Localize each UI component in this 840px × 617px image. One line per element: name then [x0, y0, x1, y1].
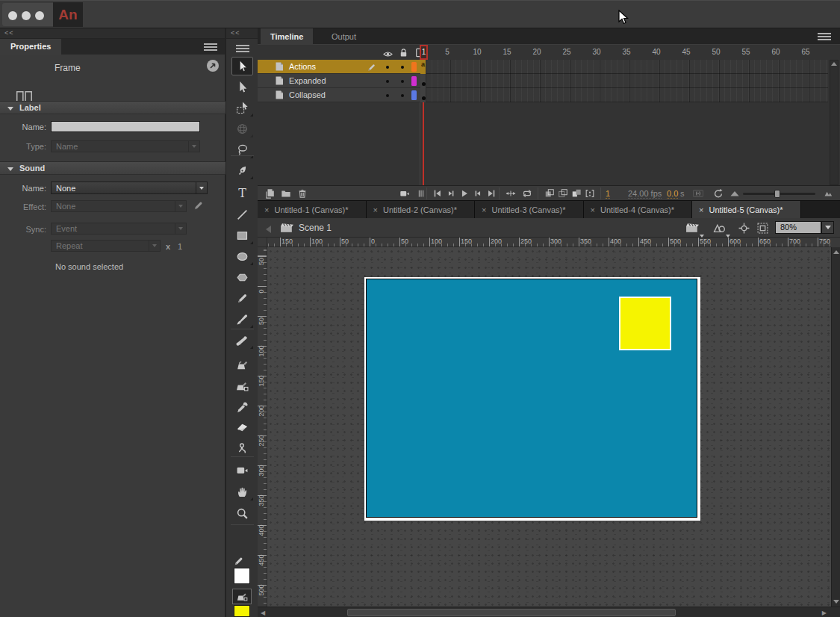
- close-tab-icon[interactable]: ×: [373, 205, 378, 214]
- document-tab-5[interactable]: ×Untitled-5 (Canvas)*: [692, 201, 801, 219]
- bone-tool[interactable]: [231, 331, 253, 350]
- camera-tool[interactable]: [231, 461, 253, 480]
- lasso-tool[interactable]: [231, 140, 253, 159]
- layer-visibility-dot[interactable]: [386, 80, 389, 83]
- scroll-right-icon[interactable]: ▶: [822, 610, 827, 616]
- subselection-tool[interactable]: [231, 78, 253, 96]
- document-tab-3[interactable]: ×Untitled-3 (Canvas)*: [475, 201, 584, 219]
- prev-frame-button[interactable]: [444, 187, 457, 199]
- first-frame-button[interactable]: [431, 187, 444, 199]
- collapse-panel-button[interactable]: <<: [0, 28, 225, 39]
- oval-tool[interactable]: [231, 247, 253, 266]
- scroll-left-icon[interactable]: ◀: [261, 610, 265, 616]
- toggle-keyframe-button[interactable]: [689, 187, 707, 199]
- timeline-frame-grid[interactable]: [420, 60, 828, 102]
- keyframe-cell[interactable]: a: [420, 60, 426, 74]
- timeline-scrollbar[interactable]: [830, 60, 839, 185]
- scroll-down-icon[interactable]: [833, 600, 839, 604]
- current-frame-value[interactable]: 1: [606, 189, 610, 199]
- edit-symbols-icon[interactable]: [713, 222, 726, 236]
- asset-warp-tool[interactable]: [231, 438, 253, 457]
- layer-lock-dot[interactable]: [401, 66, 404, 69]
- eyedropper-tool[interactable]: [231, 398, 253, 417]
- layer-lock-dot[interactable]: [401, 80, 404, 83]
- yellow-rectangle-shape[interactable]: [619, 297, 671, 350]
- delete-button[interactable]: [296, 187, 308, 199]
- keyframe-cell[interactable]: [420, 74, 426, 88]
- clip-content-icon[interactable]: [757, 223, 768, 237]
- close-tab-icon[interactable]: ×: [699, 205, 703, 214]
- layer-row-expanded[interactable]: Expanded: [258, 74, 420, 88]
- layer-outline-color-swatch[interactable]: [411, 90, 417, 100]
- layer-outline-color-swatch[interactable]: [411, 76, 417, 86]
- tab-properties[interactable]: Properties: [0, 39, 61, 55]
- collapse-tools-button[interactable]: <<: [226, 28, 258, 39]
- fill-color-swatch[interactable]: [234, 605, 250, 617]
- polystar-tool[interactable]: [231, 268, 253, 287]
- document-tab-4[interactable]: ×Untitled-4 (Canvas)*: [584, 201, 693, 219]
- breadcrumb-scene[interactable]: Scene 1: [299, 223, 332, 233]
- eraser-tool[interactable]: [231, 418, 253, 436]
- tools-menu-icon[interactable]: [236, 43, 249, 54]
- playhead-marker[interactable]: 1: [420, 45, 428, 60]
- hand-tool[interactable]: [231, 483, 253, 501]
- stage-background-shape[interactable]: [366, 279, 697, 518]
- sound-section-header[interactable]: Sound: [0, 161, 225, 175]
- close-tab-icon[interactable]: ×: [482, 205, 486, 214]
- timeline-zoom-slider[interactable]: [743, 193, 815, 195]
- timeline-zoom-in-button[interactable]: [820, 187, 835, 199]
- keyframe-cell[interactable]: [420, 88, 426, 102]
- pen-tool[interactable]: [231, 161, 253, 180]
- camera-button[interactable]: [398, 187, 411, 199]
- frame-rate-value[interactable]: 24.00 fps: [628, 189, 662, 199]
- canvas-pasteboard[interactable]: [267, 247, 831, 607]
- close-window-button[interactable]: [8, 11, 17, 20]
- edit-scene-icon[interactable]: [685, 222, 700, 236]
- 3d-rotation-tool[interactable]: [231, 120, 253, 138]
- canvas-horizontal-scrollbar[interactable]: ◀ ▶: [258, 607, 840, 617]
- new-folder-button[interactable]: [279, 187, 292, 199]
- layer-visibility-dot[interactable]: [386, 94, 389, 97]
- rectangle-tool[interactable]: [231, 226, 253, 245]
- next-frame-button[interactable]: [471, 187, 484, 199]
- stroke-color-swatch[interactable]: [234, 568, 250, 584]
- free-transform-tool[interactable]: [231, 99, 253, 117]
- document-tab-1[interactable]: ×Untitled-1 (Canvas)*: [258, 201, 367, 219]
- document-tab-2[interactable]: ×Untitled-2 (Canvas)*: [367, 201, 476, 219]
- elapsed-time-value[interactable]: 0.0: [667, 189, 678, 199]
- canvas-vertical-scrollbar[interactable]: [831, 247, 840, 607]
- center-stage-icon[interactable]: [738, 223, 750, 237]
- reset-timeline-zoom-button[interactable]: [712, 187, 724, 199]
- tab-output[interactable]: Output: [322, 28, 366, 45]
- text-tool[interactable]: T: [231, 184, 253, 202]
- paint-bucket-tool[interactable]: [231, 376, 253, 395]
- maximize-window-button[interactable]: [35, 11, 44, 20]
- brush-tool[interactable]: [231, 310, 253, 329]
- fill-bucket-icon[interactable]: [232, 589, 252, 604]
- back-arrow-icon[interactable]: [264, 223, 272, 237]
- stage[interactable]: [364, 277, 700, 521]
- ink-bottle-tool[interactable]: [231, 356, 253, 374]
- sound-name-dropdown[interactable]: None: [51, 182, 208, 194]
- selection-tool[interactable]: [231, 57, 253, 75]
- new-layer-button[interactable]: [264, 187, 276, 199]
- label-section-header[interactable]: Label: [0, 101, 225, 114]
- zoom-dropdown-button[interactable]: [821, 221, 834, 234]
- scrollbar-thumb[interactable]: [347, 609, 676, 616]
- edit-multiple-frames-button[interactable]: [570, 187, 582, 199]
- layer-row-collapsed[interactable]: Collapsed: [258, 88, 420, 102]
- slider-handle[interactable]: [774, 190, 780, 198]
- label-name-input[interactable]: [51, 121, 200, 132]
- zoom-level-input[interactable]: 80%: [775, 221, 821, 234]
- zoom-tool[interactable]: [231, 504, 253, 523]
- timeline-zoom-out-button[interactable]: [728, 187, 741, 199]
- scroll-up-icon[interactable]: [831, 62, 837, 66]
- center-frame-button[interactable]: [504, 187, 517, 199]
- panel-menu-icon[interactable]: [204, 42, 217, 52]
- layer-visibility-dot[interactable]: [386, 66, 389, 69]
- tab-timeline[interactable]: Timeline: [261, 28, 313, 45]
- layer-row-actions[interactable]: Actions: [258, 60, 420, 74]
- onion-skin-button[interactable]: [543, 187, 556, 199]
- markers-button[interactable]: [414, 187, 427, 199]
- circle-arrow-icon[interactable]: [206, 59, 220, 75]
